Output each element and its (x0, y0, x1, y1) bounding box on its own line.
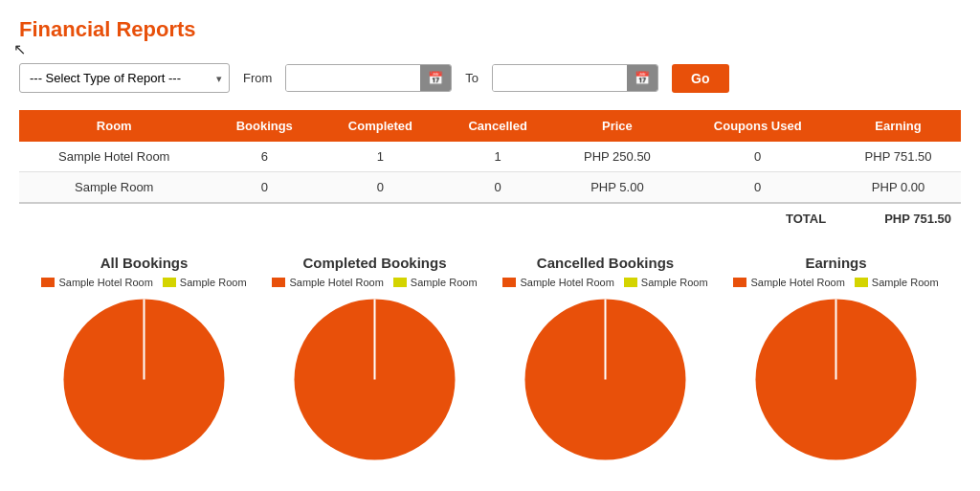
legend-color-orange (502, 278, 516, 287)
chart-title-3: Earnings (805, 255, 866, 271)
cell-earning: PHP 751.50 (835, 142, 961, 172)
legend-color-yellow (163, 278, 176, 287)
col-price: Price (554, 110, 679, 142)
legend-label: Sample Hotel Room (58, 277, 152, 288)
col-room: Room (19, 110, 210, 142)
cell-bookings: 0 (210, 172, 320, 204)
cell-cancelled: 0 (441, 172, 555, 204)
legend-label: Sample Hotel Room (289, 277, 383, 288)
cell-cancelled: 1 (441, 142, 555, 172)
col-bookings: Bookings (210, 110, 320, 142)
report-table: Room Bookings Completed Cancelled Price … (19, 110, 961, 234)
cell-coupons: 0 (679, 142, 835, 172)
legend-label: Sample Hotel Room (750, 277, 844, 288)
legend-item: Sample Room (163, 277, 247, 288)
go-button[interactable]: Go (672, 64, 728, 93)
chart-legend-1: Sample Hotel RoomSample Room (272, 277, 477, 288)
table-row: Sample Hotel Room 6 1 1 PHP 250.50 0 PHP… (19, 142, 961, 172)
cell-bookings: 6 (210, 142, 320, 172)
pie-chart-3 (752, 296, 920, 463)
from-date-input[interactable] (286, 65, 420, 91)
cell-price: PHP 5.00 (554, 172, 679, 204)
filter-bar: --- Select Type of Report --- ▾ From 📅 T… (19, 63, 961, 93)
legend-label: Sample Room (641, 277, 708, 288)
legend-item: Sample Room (855, 277, 939, 288)
charts-section: All BookingsSample Hotel RoomSample Room… (19, 255, 961, 463)
legend-label: Sample Room (411, 277, 478, 288)
legend-item: Sample Hotel Room (733, 277, 844, 288)
legend-item: Sample Hotel Room (41, 277, 152, 288)
from-calendar-button[interactable]: 📅 (420, 65, 451, 91)
legend-color-yellow (624, 278, 637, 287)
legend-color-orange (733, 278, 746, 287)
legend-color-orange (41, 278, 55, 287)
legend-label: Sample Room (180, 277, 247, 288)
cell-price: PHP 250.50 (554, 142, 679, 172)
pie-chart-0 (60, 296, 228, 463)
report-type-select[interactable]: --- Select Type of Report --- (19, 63, 230, 93)
col-earning: Earning (835, 110, 961, 142)
col-completed: Completed (320, 110, 441, 142)
legend-color-orange (272, 278, 285, 287)
to-date-input[interactable] (493, 65, 627, 91)
chart-title-1: Completed Bookings (302, 255, 446, 271)
cell-completed: 1 (320, 142, 441, 172)
page-title: Financial Reports (19, 17, 961, 42)
chart-legend-3: Sample Hotel RoomSample Room (733, 277, 938, 288)
cursor-icon: ↖ (13, 40, 26, 58)
legend-color-yellow (393, 278, 407, 287)
total-label: TOTAL (19, 203, 835, 234)
chart-2: Cancelled BookingsSample Hotel RoomSampl… (501, 255, 711, 463)
legend-item: Sample Hotel Room (272, 277, 383, 288)
chart-1: Completed BookingsSample Hotel RoomSampl… (270, 255, 480, 463)
to-calendar-button[interactable]: 📅 (627, 65, 657, 91)
legend-item: Sample Room (393, 277, 478, 288)
cell-earning: PHP 0.00 (835, 172, 961, 204)
to-label: To (465, 71, 479, 85)
from-date-wrapper: 📅 (285, 64, 452, 92)
chart-title-0: All Bookings (100, 255, 189, 271)
legend-label: Sample Hotel Room (520, 277, 613, 288)
pie-chart-1 (291, 296, 458, 463)
col-coupons: Coupons Used (679, 110, 835, 142)
chart-0: All BookingsSample Hotel RoomSample Room (39, 255, 250, 463)
legend-color-yellow (855, 278, 868, 287)
legend-label: Sample Room (872, 277, 939, 288)
col-cancelled: Cancelled (441, 110, 555, 142)
chart-title-2: Cancelled Bookings (537, 255, 674, 271)
total-value: PHP 751.50 (835, 203, 961, 234)
page-container: ↖ Financial Reports --- Select Type of R… (0, 0, 980, 480)
calendar-icon: 📅 (428, 71, 443, 85)
legend-item: Sample Hotel Room (502, 277, 613, 288)
cell-completed: 0 (320, 172, 441, 204)
chart-legend-0: Sample Hotel RoomSample Room (41, 277, 246, 288)
pie-chart-2 (522, 296, 689, 463)
calendar-icon-2: 📅 (635, 71, 650, 85)
cell-room: Sample Room (19, 172, 210, 204)
chart-3: EarningsSample Hotel RoomSample Room (731, 255, 942, 463)
to-date-wrapper: 📅 (492, 64, 658, 92)
legend-item: Sample Room (624, 277, 708, 288)
report-type-select-wrapper: --- Select Type of Report --- ▾ (19, 63, 230, 93)
table-row: Sample Room 0 0 0 PHP 5.00 0 PHP 0.00 (19, 172, 961, 204)
cell-room: Sample Hotel Room (19, 142, 210, 172)
from-label: From (243, 71, 272, 85)
chart-legend-2: Sample Hotel RoomSample Room (502, 277, 707, 288)
cell-coupons: 0 (679, 172, 835, 204)
